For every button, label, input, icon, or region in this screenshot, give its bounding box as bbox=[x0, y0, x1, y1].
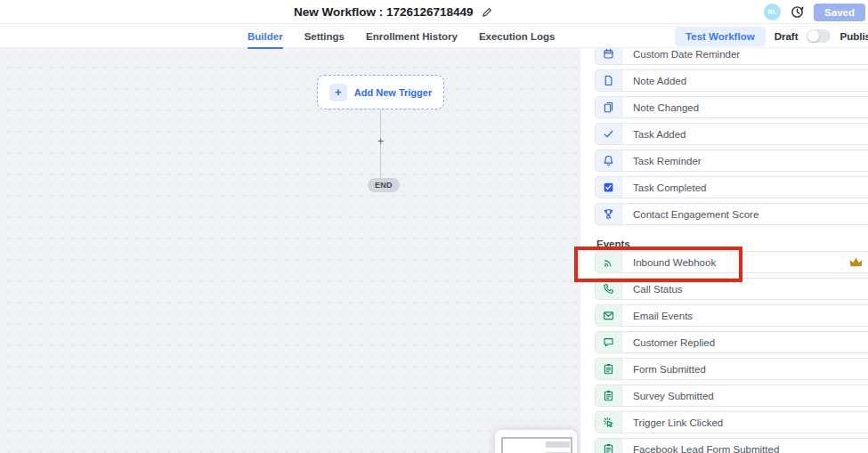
trigger-item-label: Survey Submitted bbox=[622, 391, 714, 401]
trigger-item-trigger-link-clicked[interactable]: Trigger Link Clicked bbox=[595, 411, 868, 433]
trigger-item-label: Contact Engagement Score bbox=[622, 209, 758, 220]
chat-icon bbox=[596, 332, 622, 352]
publish-toggle[interactable] bbox=[807, 29, 831, 43]
trigger-item-label: Task Added bbox=[622, 129, 685, 140]
trigger-item-task-added[interactable]: Task Added bbox=[595, 123, 868, 145]
minimap-bar bbox=[546, 441, 570, 448]
bell-icon bbox=[596, 150, 622, 171]
end-node: END bbox=[368, 178, 400, 192]
note-changed-icon bbox=[596, 97, 622, 117]
minimap-viewport bbox=[501, 437, 572, 453]
workflow-title: New Workflow : 1726126718449 bbox=[294, 5, 474, 19]
trigger-item-survey-submitted[interactable]: Survey Submitted bbox=[595, 384, 868, 407]
trigger-item-customer-replied[interactable]: Customer Replied bbox=[595, 331, 868, 353]
plus-icon: + bbox=[329, 84, 347, 101]
trigger-item-inbound-webhook[interactable]: Inbound Webhook bbox=[595, 251, 868, 273]
trophy-icon bbox=[596, 204, 622, 224]
workflow-canvas[interactable]: + Add New Trigger + END bbox=[0, 48, 580, 453]
trigger-item-label: Trigger Link Clicked bbox=[622, 417, 723, 428]
header-right-controls: RL Saved bbox=[764, 0, 865, 24]
saved-button[interactable]: Saved bbox=[814, 4, 865, 21]
tabs: Builder Settings Enrollment History Exec… bbox=[247, 24, 556, 48]
trigger-item-label: Task Reminder bbox=[622, 156, 702, 166]
clipboard-icon bbox=[596, 385, 622, 406]
trigger-item-label: Customer Replied bbox=[622, 337, 715, 348]
trigger-list-panel: Custom Date ReminderNote AddedNote Chang… bbox=[580, 0, 868, 453]
publish-label: Publish bbox=[840, 31, 868, 42]
clipboard-icon bbox=[596, 359, 622, 379]
trigger-item-facebook-lead-form-submitted[interactable]: Facebook Lead Form Submitted bbox=[595, 438, 868, 453]
trigger-item-contact-engagement-score[interactable]: Contact Engagement Score bbox=[595, 203, 868, 225]
trigger-item-label: Note Changed bbox=[622, 102, 699, 113]
task-completed-icon bbox=[596, 177, 622, 198]
header: New Workflow : 1726126718449 RL Saved bbox=[0, 0, 868, 24]
trigger-item-label: Call Status bbox=[622, 284, 683, 295]
history-clock-icon[interactable] bbox=[791, 5, 804, 19]
trigger-item-label: Inbound Webhook bbox=[622, 257, 716, 268]
avatar[interactable]: RL bbox=[764, 4, 781, 20]
check-icon bbox=[596, 124, 622, 144]
tab-settings[interactable]: Settings bbox=[304, 24, 345, 48]
trigger-item-label: Facebook Lead Form Submitted bbox=[622, 444, 779, 453]
toggle-knob bbox=[807, 30, 819, 42]
test-workflow-button[interactable]: Test Workflow bbox=[675, 27, 766, 46]
tab-bar: Builder Settings Enrollment History Exec… bbox=[0, 24, 868, 48]
webhook-icon bbox=[596, 252, 622, 272]
tabbar-right-controls: Test Workflow Draft Publish bbox=[675, 24, 868, 48]
add-new-trigger-button[interactable]: + Add New Trigger bbox=[317, 75, 444, 109]
draft-label: Draft bbox=[775, 31, 799, 42]
trigger-item-label: Email Events bbox=[622, 311, 693, 321]
clipboard-icon bbox=[596, 439, 622, 453]
cursor-click-icon bbox=[596, 412, 622, 433]
trigger-item-call-status[interactable]: Call Status bbox=[595, 278, 868, 300]
trigger-item-form-submitted[interactable]: Form Submitted bbox=[595, 358, 868, 380]
tab-builder[interactable]: Builder bbox=[247, 24, 283, 48]
trigger-item-label: Task Completed bbox=[622, 182, 706, 193]
crown-icon bbox=[849, 255, 863, 269]
section-header-events: Events bbox=[596, 239, 630, 249]
trigger-item-note-changed[interactable]: Note Changed bbox=[595, 96, 868, 118]
title-wrap: New Workflow : 1726126718449 bbox=[294, 0, 492, 24]
tab-execution-logs[interactable]: Execution Logs bbox=[479, 24, 556, 48]
trigger-item-task-completed[interactable]: Task Completed bbox=[595, 176, 868, 198]
add-step-plus-icon[interactable]: + bbox=[375, 136, 386, 148]
edit-title-pencil-icon[interactable] bbox=[482, 7, 492, 18]
trigger-item-task-reminder[interactable]: Task Reminder bbox=[595, 150, 868, 172]
trigger-item-email-events[interactable]: Email Events bbox=[595, 304, 868, 327]
trigger-item-note-added[interactable]: Note Added bbox=[595, 69, 868, 92]
minimap-panel bbox=[495, 430, 577, 453]
add-new-trigger-label: Add New Trigger bbox=[354, 87, 432, 98]
trigger-item-label: Custom Date Reminder bbox=[622, 49, 740, 60]
trigger-item-label: Form Submitted bbox=[622, 364, 706, 375]
envelope-icon bbox=[596, 305, 622, 326]
note-icon bbox=[596, 70, 622, 91]
phone-icon bbox=[596, 279, 622, 299]
tab-enrollment-history[interactable]: Enrollment History bbox=[366, 24, 458, 48]
trigger-item-label: Note Added bbox=[622, 76, 686, 86]
workflow-builder-app: + Add New Trigger + END Custom Date Remi… bbox=[0, 0, 868, 453]
